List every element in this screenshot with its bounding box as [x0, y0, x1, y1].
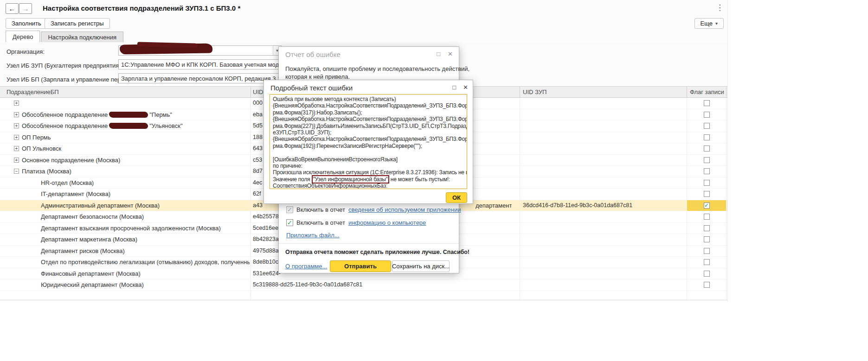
column-header-uid-bp[interactable]: UID [253, 89, 263, 95]
write-registers-button[interactable]: Записать регистры [45, 18, 110, 29]
department-name-cell: HR-отдел (Москва) [41, 179, 250, 186]
write-flag-checkbox[interactable] [704, 225, 710, 231]
department-name-cell: Платиза (Москва) [22, 168, 251, 175]
include-app-info-checkbox[interactable]: ✓ [286, 206, 293, 213]
minimize-icon[interactable]: □ [452, 84, 456, 91]
back-button[interactable]: ← [6, 3, 19, 14]
column-separator [687, 87, 687, 97]
write-flag-cell [687, 98, 726, 109]
error-text-line: {ВнешняяОбработка.НастройкаСоответствияП… [273, 116, 464, 122]
include-pc-info-label: Включить в отчет [296, 219, 345, 226]
uid-zup-cell: 36dcd416-d7b8-11ed-9b3c-0a01da687c81 [523, 202, 632, 209]
department-name-cell: IT-департамент (Москва) [41, 190, 250, 197]
zup-node-label: Узел ИБ ЗУП (Бухгалтерия предприятия): [6, 62, 122, 69]
error-text-line: [ОшибкаВоВремяВыполненияВстроенногоЯзыка… [273, 156, 464, 163]
write-flag-checkbox[interactable] [704, 282, 710, 288]
redaction-mark [109, 123, 148, 129]
error-text-line: {ВнешняяОбработка.НастройкаСоответствияП… [273, 136, 464, 142]
include-app-info-row: ✓ Включить в отчет сведения об используе… [286, 206, 461, 213]
save-to-disk-button[interactable]: Сохранить на диск... [392, 260, 450, 272]
report-intro-line2: которая к ней привела. [285, 73, 350, 80]
error-text-line [273, 149, 464, 156]
uid-bp-cell: 5c319888-dd25-11ed-9b3c-0a01da687c81 [253, 281, 452, 288]
error-text-box[interactable]: Ошибка при вызове метода контекста (Запи… [270, 94, 467, 189]
write-flag-checkbox[interactable] [704, 214, 710, 220]
write-flag-cell [687, 132, 726, 143]
write-flag-checkbox[interactable] [704, 180, 710, 186]
column-header-uid-zup[interactable]: UID ЗУП [523, 89, 547, 95]
include-pc-info-checkbox[interactable]: ✓ [286, 219, 293, 226]
zup-node-field[interactable]: 1С:Управление МФО и КПК КОРП. Базовая уч… [118, 59, 300, 70]
department-name-cell: Юридический департамент (Москва) [41, 281, 250, 288]
tab-tree[interactable]: Дерево [6, 31, 40, 43]
error-text-line: СоответствияОбъектовИнформационныхБаз: [273, 183, 464, 189]
redaction-mark [109, 112, 148, 118]
minimize-icon[interactable]: □ [437, 51, 440, 57]
include-app-info-label: Включить в отчет [296, 206, 345, 213]
department-name-cell: ОП Пермь [22, 134, 251, 141]
fill-button[interactable]: Заполнить [6, 18, 47, 29]
write-flag-checkbox[interactable] [704, 112, 710, 118]
app-info-link[interactable]: сведения об используемом приложении [348, 206, 461, 213]
write-flag-checkbox[interactable]: ✓ [704, 203, 710, 209]
close-icon[interactable]: ✕ [463, 84, 468, 91]
error-text-line: {ВнешняяОбработка.НастройкаСоответствияП… [273, 102, 464, 109]
write-flag-checkbox[interactable] [704, 259, 710, 265]
about-link[interactable]: О программе... [285, 263, 327, 270]
attach-file-link[interactable]: Приложить файл... [286, 232, 340, 239]
chevron-down-icon: ▾ [715, 21, 718, 26]
dialog-title: Подробный текст ошибки [270, 84, 353, 92]
write-flag-checkbox[interactable] [704, 134, 710, 140]
expand-icon[interactable]: + [14, 158, 19, 163]
write-flag-cell [687, 155, 726, 166]
menu-dots-icon[interactable]: ⋮ [716, 3, 724, 13]
more-button-label: Еще [701, 20, 713, 27]
department-name-cell: Департамент взыскания просроченной задол… [41, 225, 250, 232]
write-flag-cell [687, 279, 726, 291]
zup-node-value: 1С:Управление МФО и КПК КОРП. Базовая уч… [119, 61, 291, 68]
back-arrow-icon: ← [9, 5, 16, 13]
report-note: Отправка отчета поможет сделать приложен… [285, 249, 469, 255]
write-flag-cell [687, 109, 726, 120]
close-icon[interactable]: ✕ [448, 51, 453, 57]
page-title: Настройка соответствия подразделений ЗУП… [43, 4, 240, 12]
collapse-icon[interactable]: − [14, 169, 19, 174]
write-flag-cell [687, 223, 726, 234]
department-name-cell: Обособленное подразделение"Ульяновск" [22, 122, 251, 130]
error-text-line: по причине: [273, 163, 464, 169]
forward-arrow-icon: → [22, 5, 29, 13]
write-flag-cell [687, 166, 726, 177]
expand-icon[interactable]: + [14, 146, 19, 151]
error-text-line: Ошибка при вызове метода контекста (Запи… [273, 96, 464, 102]
tab-connection-settings[interactable]: Настройка подключения [41, 32, 123, 42]
write-flag-checkbox[interactable] [704, 168, 710, 174]
dialog-title: Отчет об ошибке [285, 51, 341, 58]
pc-info-link[interactable]: информацию о компьютере [348, 219, 426, 226]
write-flag-checkbox[interactable] [704, 236, 710, 242]
more-button[interactable]: Еще ▾ [694, 18, 724, 29]
expand-icon[interactable]: + [14, 112, 19, 117]
department-name-cell: ОП Ульяновск [22, 145, 251, 152]
forward-button[interactable]: → [19, 3, 32, 14]
tab-strip: Дерево Настройка подключения [0, 31, 727, 43]
table-row[interactable]: Юридический департамент (Москва)5c319888… [0, 279, 727, 291]
ok-button[interactable]: ОК [446, 192, 467, 203]
write-flag-checkbox[interactable] [704, 123, 710, 129]
department-name-cell: Обособленное подразделение"Пермь" [22, 111, 251, 119]
expand-icon[interactable]: + [14, 135, 19, 140]
write-flag-checkbox[interactable] [704, 157, 710, 163]
column-header-write-flag[interactable]: Флаг записи [690, 89, 724, 95]
include-pc-info-row: ✓ Включить в отчет информацию о компьюте… [286, 219, 426, 226]
write-flag-checkbox[interactable] [704, 100, 710, 106]
write-flag-checkbox[interactable] [704, 146, 710, 152]
send-button[interactable]: Отправить [330, 260, 391, 272]
write-flag-checkbox[interactable] [704, 248, 710, 254]
department-name-cell: Финансовый департамент (Москва) [41, 270, 250, 277]
expand-icon[interactable]: + [14, 101, 19, 106]
expand-icon[interactable]: + [14, 123, 19, 128]
write-flag-checkbox[interactable] [704, 191, 710, 197]
write-flag-checkbox[interactable] [704, 271, 710, 277]
column-separator [726, 87, 727, 97]
column-header-department-bp[interactable]: ПодразделениеБП [6, 89, 59, 95]
write-flag-cell [687, 257, 726, 268]
